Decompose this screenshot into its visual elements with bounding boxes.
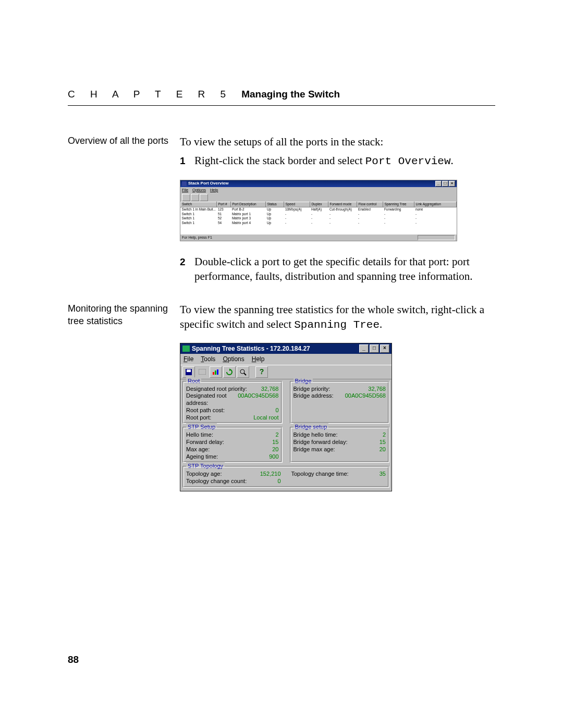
menu-options[interactable]: Options bbox=[223, 355, 244, 363]
table-cell: - bbox=[383, 216, 414, 221]
field-label: Ageing time: bbox=[186, 453, 218, 461]
save-icon[interactable] bbox=[182, 366, 195, 378]
field-row: Max age:20 bbox=[186, 446, 279, 453]
minimize-button[interactable]: _ bbox=[359, 344, 369, 353]
close-button[interactable]: × bbox=[380, 344, 389, 353]
statusbar-panel bbox=[418, 235, 455, 240]
field-value: 32,768 bbox=[368, 386, 386, 393]
save-icon[interactable] bbox=[182, 194, 190, 201]
table-cell: Matrix port 1 bbox=[231, 212, 266, 217]
step-number: 1 bbox=[180, 153, 188, 169]
table-cell: - bbox=[284, 216, 310, 221]
close-button[interactable]: × bbox=[449, 181, 455, 187]
menu-tools[interactable]: Tools bbox=[201, 355, 215, 363]
group-legend: Bridge setup bbox=[293, 423, 329, 431]
table-row[interactable]: Switch 154Matrix port 4Up------ bbox=[181, 221, 457, 226]
refresh-icon[interactable] bbox=[191, 194, 199, 201]
col-desc[interactable]: Port Description bbox=[231, 202, 266, 207]
table-cell: 123 bbox=[217, 207, 231, 212]
maximize-button[interactable]: □ bbox=[442, 181, 448, 187]
field-value: 00A0C945D568 bbox=[238, 392, 278, 407]
maximize-button[interactable]: □ bbox=[370, 344, 379, 353]
col-duplex[interactable]: Duplex bbox=[310, 202, 328, 207]
table-cell: - bbox=[357, 212, 383, 217]
chapter-title: Managing the Switch bbox=[241, 89, 340, 100]
table-empty-area bbox=[180, 226, 457, 234]
table-cell: Switch 1 bbox=[181, 212, 217, 217]
search-icon[interactable] bbox=[200, 194, 208, 201]
field-row: Bridge priority:32,768 bbox=[293, 386, 386, 393]
toolbar bbox=[180, 193, 457, 202]
table-cell: Up bbox=[266, 216, 284, 221]
group-bridge: Bridge Bridge priority:32,768Bridge addr… bbox=[290, 381, 390, 424]
field-value: 20 bbox=[272, 446, 278, 453]
group-legend: STP Topology bbox=[186, 462, 225, 470]
menu-file[interactable]: File bbox=[183, 355, 193, 363]
table-cell: Switch 1 in Main Buil... bbox=[181, 207, 217, 212]
group-legend: Bridge bbox=[293, 377, 313, 385]
col-forward[interactable]: Forward mode bbox=[328, 202, 357, 207]
overview-body: To view the setups of all the ports in t… bbox=[180, 134, 495, 284]
table-row[interactable]: Switch 151Matrix port 1Up------ bbox=[181, 212, 457, 217]
chart-icon[interactable] bbox=[210, 366, 222, 378]
field-label: Topology age: bbox=[186, 471, 222, 478]
group-bridge-setup: Bridge setup Bridge hello time:2Bridge f… bbox=[290, 427, 390, 463]
row-root-bridge: Root Designated root priority:32,768Desi… bbox=[180, 379, 391, 426]
search-icon[interactable] bbox=[237, 366, 249, 378]
field-value: 32,768 bbox=[261, 386, 279, 393]
col-switch[interactable]: Switch bbox=[181, 202, 217, 207]
margin-note-spanning: Monitoring the spanning tree statistics bbox=[68, 302, 180, 491]
table-cell: - bbox=[310, 216, 328, 221]
minimize-button[interactable]: _ bbox=[435, 181, 442, 187]
statusbar-text: For Help, press F1 bbox=[182, 235, 212, 240]
port-table: Switch Port # Port Description Status Sp… bbox=[180, 202, 457, 226]
table-cell: - bbox=[310, 221, 328, 226]
overview-intro: To view the setups of all the ports in t… bbox=[180, 134, 495, 149]
toolbar: ? bbox=[180, 365, 391, 379]
svg-line-8 bbox=[244, 373, 246, 375]
col-status[interactable]: Status bbox=[266, 202, 284, 207]
page-number: 88 bbox=[68, 654, 79, 665]
table-cell: Port B-2 bbox=[231, 207, 266, 212]
table-row[interactable]: Switch 1 in Main Buil...123Port B-2Up10M… bbox=[181, 207, 457, 212]
spanning-body: To view the spanning tree statistics for… bbox=[180, 302, 495, 491]
field-label: Designated root address: bbox=[186, 392, 238, 407]
table-cell: none bbox=[414, 207, 457, 212]
col-stp[interactable]: Spanning Tree bbox=[383, 202, 414, 207]
table-header-row: Switch Port # Port Description Status Sp… bbox=[181, 202, 457, 207]
table-cell: Switch 1 bbox=[181, 216, 217, 221]
menu-options[interactable]: Options bbox=[192, 188, 206, 193]
field-value: 0 bbox=[277, 478, 280, 485]
menu-help[interactable]: Help bbox=[210, 188, 218, 193]
group-legend: Root bbox=[186, 377, 201, 385]
menu-help[interactable]: Help bbox=[252, 355, 265, 363]
table-cell: - bbox=[328, 216, 357, 221]
step-2-text: Double-click a port to get the specific … bbox=[194, 254, 495, 284]
col-lag[interactable]: Link Aggregation bbox=[414, 202, 457, 207]
col-flow[interactable]: Flow control bbox=[357, 202, 383, 207]
table-cell: - bbox=[310, 212, 328, 217]
field-row: Designated root address:00A0C945D568 bbox=[186, 392, 279, 407]
table-row[interactable]: Switch 152Matrix port 3Up------ bbox=[181, 216, 457, 221]
statusbar: For Help, press F1 bbox=[180, 234, 457, 241]
svg-rect-4 bbox=[215, 371, 216, 375]
col-speed[interactable]: Speed bbox=[284, 202, 310, 207]
field-label: Topology change time: bbox=[291, 471, 349, 478]
win-title: Spanning Tree Statistics - 172.20.184.27 bbox=[192, 344, 310, 353]
table-cell: 51 bbox=[217, 212, 231, 217]
refresh-icon[interactable] bbox=[223, 366, 236, 378]
table-cell: Matrix port 3 bbox=[231, 216, 266, 221]
section-spanning: Monitoring the spanning tree statistics … bbox=[68, 302, 495, 491]
menu-file[interactable]: File bbox=[182, 188, 188, 193]
col-port[interactable]: Port # bbox=[217, 202, 231, 207]
help-icon[interactable]: ? bbox=[255, 366, 268, 378]
field-label: Bridge priority: bbox=[293, 386, 331, 393]
svg-point-7 bbox=[240, 369, 244, 374]
field-row: Forward delay:15 bbox=[186, 439, 279, 446]
field-row: Hello time:2 bbox=[186, 431, 279, 439]
win-icon bbox=[182, 181, 187, 186]
table-cell: - bbox=[414, 216, 457, 221]
field-row: Topology change count:0 bbox=[186, 478, 281, 485]
table-cell: - bbox=[414, 212, 457, 217]
margin-note-overview: Overview of all the ports bbox=[68, 134, 180, 284]
